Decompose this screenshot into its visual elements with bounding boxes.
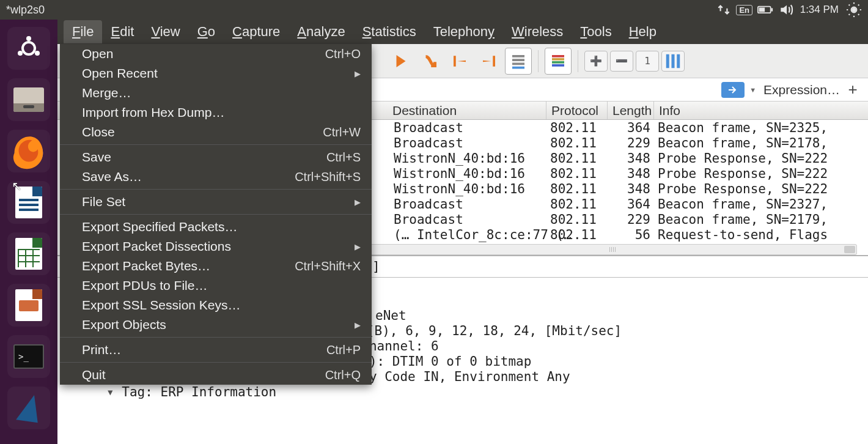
menu-item-export-objects[interactable]: Export Objects▶ xyxy=(60,315,372,335)
menu-item-save-as[interactable]: Save As…Ctrl+Shift+S xyxy=(60,167,372,187)
go-last-icon[interactable] xyxy=(476,48,502,75)
menu-item-export-ssl-session-keys[interactable]: Export SSL Session Keys… xyxy=(60,295,372,315)
unity-launcher: >_ xyxy=(0,20,57,444)
svg-point-3 xyxy=(852,8,856,12)
menu-item-open-recent[interactable]: Open Recent▶ xyxy=(60,64,372,83)
svg-rect-15 xyxy=(552,55,564,57)
svg-point-7 xyxy=(35,51,40,56)
col-info[interactable]: Info xyxy=(654,102,868,119)
expression-button[interactable]: Expression… xyxy=(763,83,840,97)
menu-item-merge[interactable]: Merge… xyxy=(60,83,372,103)
packet-list-hscrollbar[interactable] xyxy=(369,244,857,255)
zoom-reset-icon[interactable]: 1 xyxy=(636,51,659,72)
svg-rect-17 xyxy=(552,61,564,64)
menu-analyze[interactable]: Analyze xyxy=(289,20,353,43)
launcher-wireshark[interactable] xyxy=(7,387,50,429)
menu-help[interactable]: Help xyxy=(620,20,665,43)
menu-view[interactable]: View xyxy=(142,20,188,43)
window-title: *wlp2s0 xyxy=(6,4,45,17)
menu-item-export-pdus-to-file[interactable]: Export PDUs to File… xyxy=(60,276,372,295)
menu-statistics[interactable]: Statistics xyxy=(354,20,425,43)
launcher-impress[interactable] xyxy=(7,284,50,327)
svg-rect-21 xyxy=(677,54,680,68)
mouse-cursor: ↖ xyxy=(12,179,22,193)
svg-rect-2 xyxy=(771,8,773,11)
system-topbar: *wlp2s0 En 1:34 PM xyxy=(0,0,868,20)
col-destination[interactable]: Destination xyxy=(388,102,546,119)
menu-item-print[interactable]: Print…Ctrl+P xyxy=(60,340,372,360)
svg-rect-10 xyxy=(493,56,495,67)
menu-telephony[interactable]: Telephony xyxy=(425,20,503,43)
filter-history-dropdown[interactable]: ▼ xyxy=(749,86,756,94)
app-menubar: File Edit View Go Capture Analyze Statis… xyxy=(57,20,868,44)
launcher-terminal[interactable]: >_ xyxy=(7,335,50,378)
file-menu-dropdown: OpenCtrl+OOpen Recent▶Merge…Import from … xyxy=(60,44,372,385)
svg-point-6 xyxy=(18,51,23,56)
autoscroll-icon[interactable] xyxy=(505,48,532,75)
svg-point-4 xyxy=(23,42,35,54)
volume-icon[interactable] xyxy=(778,2,794,18)
menu-item-import-from-hex-dump[interactable]: Import from Hex Dump… xyxy=(60,103,372,122)
col-protocol[interactable]: Protocol xyxy=(546,102,608,119)
network-updown-icon[interactable] xyxy=(716,2,732,18)
resize-columns-icon[interactable] xyxy=(661,51,685,72)
language-indicator[interactable]: En xyxy=(737,2,752,18)
menu-wireless[interactable]: Wireless xyxy=(503,20,572,43)
go-first-icon[interactable] xyxy=(446,48,473,75)
filter-apply-icon[interactable] xyxy=(721,82,745,98)
zoom-out-icon[interactable]: ➖ xyxy=(610,51,633,72)
menu-go[interactable]: Go xyxy=(189,20,224,43)
zoom-in-icon[interactable]: ➕ xyxy=(584,51,608,72)
battery-icon[interactable] xyxy=(757,2,773,18)
col-length[interactable]: Length xyxy=(608,102,654,119)
svg-rect-13 xyxy=(512,62,524,65)
menu-item-close[interactable]: CloseCtrl+W xyxy=(60,122,372,142)
go-down-icon[interactable] xyxy=(417,48,444,75)
menu-item-export-packet-bytes[interactable]: Export Packet Bytes…Ctrl+Shift+X xyxy=(60,256,372,276)
menu-item-file-set[interactable]: File Set▶ xyxy=(60,192,372,212)
svg-rect-14 xyxy=(512,66,524,68)
menu-item-export-specified-packets[interactable]: Export Specified Packets… xyxy=(60,217,372,237)
menu-item-export-packet-dissections[interactable]: Export Packet Dissections▶ xyxy=(60,237,372,256)
svg-rect-16 xyxy=(552,58,564,61)
menu-item-open[interactable]: OpenCtrl+O xyxy=(60,44,372,64)
go-next-icon[interactable] xyxy=(388,48,414,75)
tree-item[interactable]: Tag: ERP Information xyxy=(88,385,868,400)
svg-rect-11 xyxy=(512,55,524,57)
menu-edit[interactable]: Edit xyxy=(102,20,142,43)
add-filter-button[interactable]: + xyxy=(844,80,862,99)
launcher-dash[interactable] xyxy=(7,27,50,70)
launcher-calc[interactable] xyxy=(7,232,50,275)
svg-rect-9 xyxy=(454,56,456,67)
svg-rect-18 xyxy=(552,64,564,67)
settings-gear-icon[interactable] xyxy=(846,2,862,18)
menu-item-save[interactable]: SaveCtrl+S xyxy=(60,147,372,167)
launcher-files[interactable] xyxy=(7,78,50,121)
menu-file[interactable]: File xyxy=(64,20,102,43)
svg-rect-20 xyxy=(672,54,675,68)
svg-rect-1 xyxy=(759,8,765,12)
svg-rect-12 xyxy=(512,59,524,61)
clock[interactable]: 1:34 PM xyxy=(800,4,839,16)
menu-item-quit[interactable]: QuitCtrl+Q xyxy=(60,365,372,385)
svg-rect-19 xyxy=(666,54,669,68)
menu-tools[interactable]: Tools xyxy=(572,20,620,43)
svg-point-5 xyxy=(26,36,31,41)
launcher-firefox[interactable] xyxy=(7,130,50,172)
colorize-icon[interactable] xyxy=(545,48,572,75)
menu-capture[interactable]: Capture xyxy=(224,20,289,43)
